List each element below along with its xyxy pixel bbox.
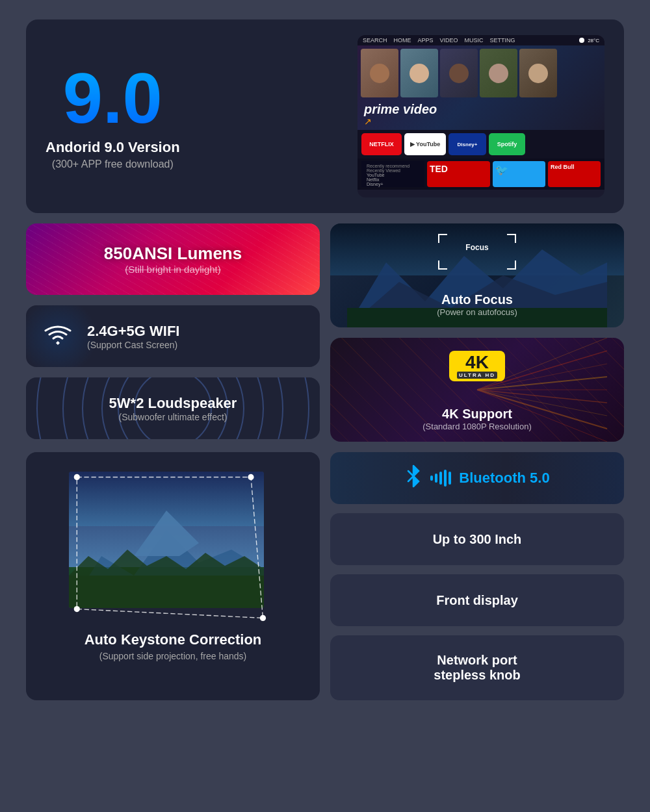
pv-thumbnails — [358, 45, 604, 130]
right-features-col: Focus Auto Focus (Power on autofocus) — [330, 223, 624, 442]
fourk-ultra-hd: ULTRA HD — [457, 372, 497, 379]
speaker-title: 5W*2 Loudspeaker — [109, 395, 237, 412]
screen-size-card: Up to 300 Inch — [330, 513, 624, 565]
pv-thumb-1 — [361, 49, 398, 97]
keystone-subtitle: (Support side projection, free hands) — [84, 651, 262, 661]
pv-content-area: prime video ↗ — [358, 45, 604, 130]
app-spotify: Spotify — [489, 133, 525, 155]
app-disney: Disney+ — [448, 133, 486, 155]
pv-nav-music: MUSIC — [465, 37, 484, 44]
android-title: Andorid 9.0 Version — [46, 139, 180, 156]
pv-thumb-4 — [480, 49, 517, 97]
fourk-title: 4K Support — [330, 407, 624, 422]
front-display-card: Front display — [330, 574, 624, 626]
fourk-subtitle: (Standard 1080P Resolution) — [330, 422, 624, 431]
wifi-icon — [42, 320, 74, 352]
pv-redbull-thumb: Red Bull — [548, 161, 601, 187]
bt-wave-1 — [430, 476, 433, 481]
bluetooth-title: Bluetooth 5.0 — [459, 470, 549, 487]
face-1 — [370, 64, 389, 83]
pv-recently: Recently recommend Recently Viewed YouTu… — [361, 161, 424, 187]
bluetooth-icon — [404, 464, 422, 492]
pv-nav-bar: SEARCH HOME APPS VIDEO MUSIC SETTING — [363, 37, 515, 44]
bt-status-dot — [579, 38, 584, 43]
fc-topright — [507, 234, 516, 243]
bt-signal-waves — [430, 470, 451, 487]
android-subtitle: (300+ APP free download) — [52, 159, 174, 170]
middle-grid: 850ANSI Lumens (Still bright in daylight… — [26, 223, 624, 442]
keystone-title: Auto Keystone Correction — [84, 631, 262, 648]
pv-rec-viewed: Recently Viewed — [367, 168, 419, 173]
face-4 — [489, 64, 508, 83]
pv-thumb-2 — [400, 49, 438, 97]
face-5 — [528, 64, 548, 83]
bt-wave-2 — [435, 474, 437, 483]
pv-nav-home: HOME — [394, 37, 411, 44]
keystone-image-box — [62, 465, 283, 621]
pv-nav-apps: APPS — [418, 37, 434, 44]
network-port-title: Network port stepless knob — [434, 653, 520, 683]
app-netflix: NETFLIX — [361, 133, 402, 155]
speaker-card: 5W*2 Loudspeaker (Subwoofer ultimate eff… — [26, 377, 320, 439]
fourk-text: 4K Support (Standard 1080P Resolution) — [330, 407, 624, 431]
pv-thumb-5 — [519, 49, 557, 97]
fourk-badge: 4K ULTRA HD — [449, 351, 505, 381]
pv-rec-title: Recently recommend — [367, 164, 419, 168]
fourk-card: 4K ULTRA HD 4K Support (Standard 1080P R… — [330, 338, 624, 442]
top-card: 9.0 Andorid 9.0 Version (300+ APP free d… — [26, 19, 624, 213]
front-display-title: Front display — [436, 593, 518, 608]
pv-thumb-3 — [440, 49, 478, 97]
right-bottom-col: Bluetooth 5.0 Up to 300 Inch Front displ… — [330, 452, 624, 700]
pv-overlay-text: prime video — [364, 102, 437, 117]
screen-size-title: Up to 300 Inch — [433, 532, 522, 547]
pv-rec-youtube: YouTube — [367, 173, 419, 177]
wifi-text: 2.4G+5G WIFI (Support Cast Screen) — [87, 323, 179, 350]
face-2 — [410, 64, 429, 83]
left-features-col: 850ANSI Lumens (Still bright in daylight… — [26, 223, 320, 442]
lumens-card: 850ANSI Lumens (Still bright in daylight… — [26, 223, 320, 295]
lumens-subtitle: (Still bright in daylight) — [104, 264, 242, 275]
fc-bottomleft — [438, 260, 447, 270]
fourk-number: 4K — [465, 353, 489, 372]
keystone-dashed-overlay — [62, 465, 283, 621]
wifi-card: 2.4G+5G WIFI (Support Cast Screen) — [26, 305, 320, 367]
fc-topleft — [438, 234, 447, 243]
svg-marker-20 — [77, 477, 263, 618]
pv-rec-disney: Disney+ — [367, 182, 419, 186]
focus-frame-container: Focus — [438, 234, 516, 270]
pv-nav-video: VIDEO — [440, 37, 458, 44]
fc-bottomright — [507, 260, 516, 270]
face-3 — [449, 64, 469, 83]
bt-wave-4 — [444, 470, 447, 487]
network-port-card: Network port stepless knob — [330, 635, 624, 700]
bt-wave-5 — [448, 472, 451, 485]
speaker-text: 5W*2 Loudspeaker (Subwoofer ultimate eff… — [109, 395, 237, 422]
bottom-grid: Auto Keystone Correction (Support side p… — [26, 452, 624, 700]
pv-status: 28°C — [579, 38, 599, 44]
android-info: 9.0 Andorid 9.0 Version (300+ APP free d… — [46, 62, 180, 170]
af-text-overlay: Auto Focus (Power on autofocus) — [330, 292, 624, 317]
wifi-title: 2.4G+5G WIFI — [87, 323, 179, 340]
af-title: Auto Focus — [330, 292, 624, 307]
lumens-title: 850ANSI Lumens — [104, 244, 242, 264]
pv-nav-search: SEARCH — [363, 37, 387, 44]
prime-video-preview: SEARCH HOME APPS VIDEO MUSIC SETTING 28°… — [358, 35, 604, 197]
pv-twitter-thumb: 🐦 — [493, 161, 545, 187]
pv-ted-thumb: TED — [427, 161, 490, 187]
app-youtube: ▶ YouTube — [404, 133, 446, 155]
pv-rec-netflix: Netflix — [367, 177, 419, 182]
autofocus-card: Focus Auto Focus (Power on autofocus) — [330, 223, 624, 327]
android-version-number: 9.0 — [63, 62, 162, 134]
keystone-text: Auto Keystone Correction (Support side p… — [84, 631, 262, 661]
pv-nav-setting: SETTING — [490, 37, 515, 44]
focus-label: Focus — [465, 243, 488, 252]
af-landscape: Focus Auto Focus (Power on autofocus) — [330, 223, 624, 327]
bluetooth-card: Bluetooth 5.0 — [330, 452, 624, 504]
pv-bottom-bar: Recently recommend Recently Viewed YouTu… — [358, 159, 604, 190]
pv-apps-bar: NETFLIX ▶ YouTube Disney+ Spotify — [358, 130, 604, 159]
lumens-text: 850ANSI Lumens (Still bright in daylight… — [104, 244, 242, 275]
pv-header: SEARCH HOME APPS VIDEO MUSIC SETTING 28°… — [358, 35, 604, 45]
bt-wave-3 — [439, 472, 442, 485]
af-subtitle: (Power on autofocus) — [330, 307, 624, 317]
pv-temp: 28°C — [588, 38, 599, 44]
